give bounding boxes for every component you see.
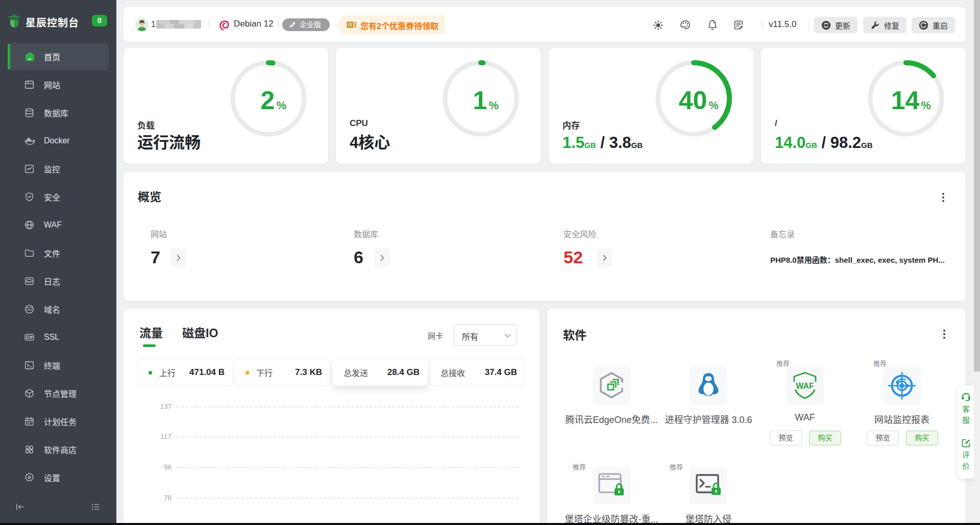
svg-text:WAF: WAF <box>796 382 814 390</box>
svg-text:www: www <box>26 308 33 311</box>
svg-text:券: 券 <box>349 23 352 27</box>
